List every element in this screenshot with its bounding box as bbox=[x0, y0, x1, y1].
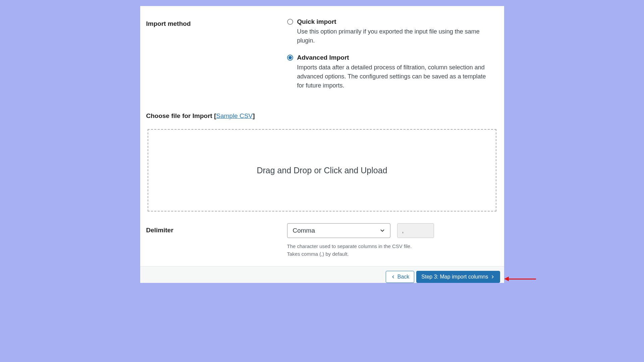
choose-file-label: Choose file for Import [Sample CSV] bbox=[146, 112, 498, 120]
delimiter-content: Comma The character used to separate col… bbox=[287, 223, 498, 258]
advanced-import-option[interactable]: Advanced Import Imports data after a det… bbox=[287, 54, 495, 90]
delimiter-section: Delimiter Comma The character used to se… bbox=[146, 223, 498, 258]
arrow-head-icon bbox=[504, 277, 509, 281]
choose-file-text-before: Choose file for Import [ bbox=[146, 112, 216, 119]
quick-import-title: Quick import bbox=[297, 18, 336, 25]
chevron-down-icon bbox=[379, 228, 385, 234]
delimiter-custom-input[interactable] bbox=[397, 223, 434, 238]
import-method-label: Import method bbox=[146, 18, 287, 99]
radio-quick-import[interactable] bbox=[287, 19, 293, 25]
advanced-import-desc: Imports data after a detailed process of… bbox=[297, 63, 495, 90]
file-dropzone[interactable]: Drag and Drop or Click and Upload bbox=[148, 129, 496, 212]
sample-csv-link[interactable]: Sample CSV bbox=[216, 112, 253, 119]
annotation-arrow bbox=[504, 277, 536, 281]
panel-body: Import method Quick import Use this opti… bbox=[140, 6, 504, 266]
import-method-section: Import method Quick import Use this opti… bbox=[146, 18, 498, 99]
quick-import-desc: Use this option primarily if you exporte… bbox=[297, 27, 495, 45]
import-panel: Import method Quick import Use this opti… bbox=[140, 6, 504, 283]
advanced-import-title: Advanced Import bbox=[297, 54, 349, 61]
arrow-line bbox=[508, 279, 536, 280]
next-button-label: Step 3: Map import columns bbox=[421, 274, 488, 280]
back-button-label: Back bbox=[397, 274, 410, 280]
choose-file-text-after: ] bbox=[253, 112, 255, 119]
chevron-right-icon bbox=[490, 275, 495, 279]
dropzone-text: Drag and Drop or Click and Upload bbox=[257, 166, 387, 175]
chevron-left-icon bbox=[391, 275, 395, 279]
radio-advanced-import[interactable] bbox=[287, 55, 293, 61]
delimiter-helper: The character used to separate columns i… bbox=[287, 243, 418, 258]
delimiter-select[interactable]: Comma bbox=[287, 223, 390, 238]
wizard-footer: Back Step 3: Map import columns bbox=[140, 266, 504, 283]
import-method-options: Quick import Use this option primarily i… bbox=[287, 18, 498, 99]
back-button[interactable]: Back bbox=[386, 271, 415, 283]
delimiter-select-value: Comma bbox=[293, 227, 315, 234]
quick-import-option[interactable]: Quick import Use this option primarily i… bbox=[287, 18, 495, 45]
next-button[interactable]: Step 3: Map import columns bbox=[416, 271, 500, 283]
delimiter-label: Delimiter bbox=[146, 223, 287, 258]
